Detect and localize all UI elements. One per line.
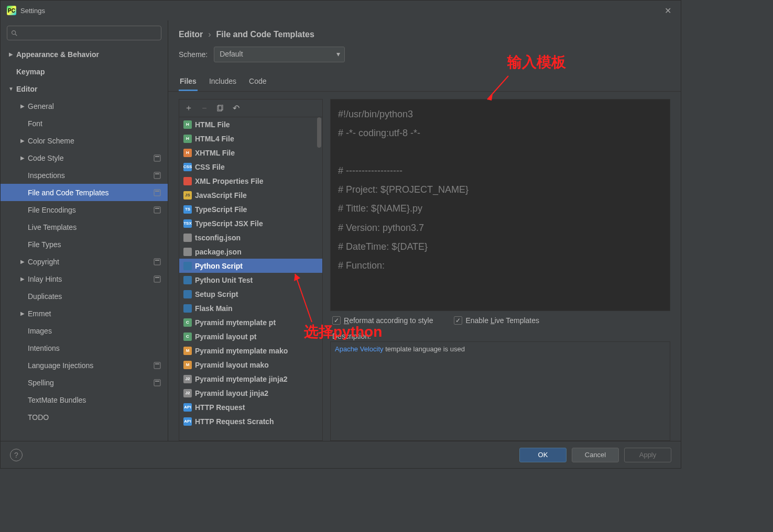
app-icon: PC [7, 6, 16, 15]
svg-rect-8 [154, 207, 160, 213]
template-code-editor[interactable]: #!/usr/bin/python3 # -*- coding:utf-8 -*… [330, 99, 670, 311]
scheme-label: Scheme: [179, 50, 208, 59]
tab-code[interactable]: Code [248, 74, 267, 91]
template-pyramid-layout-jinja2[interactable]: J2Pyramid layout jinja2 [179, 386, 322, 400]
search-input[interactable] [7, 26, 161, 40]
template-tsconfig-json[interactable]: tsconfig.json [179, 230, 322, 245]
project-badge-icon [153, 361, 161, 370]
sidebar-item-color-scheme[interactable]: ▶Color Scheme [1, 132, 168, 149]
tabs: FilesIncludesCode [168, 74, 681, 92]
scrollbar-thumb[interactable] [317, 117, 321, 148]
project-badge-icon [153, 379, 161, 387]
svg-rect-14 [154, 362, 160, 369]
file-icon [183, 234, 192, 242]
sidebar-item-inlay-hints[interactable]: ▶Inlay Hints [1, 270, 168, 287]
sidebar-item-file-and-code-templates[interactable]: File and Code Templates [1, 184, 168, 201]
cancel-button[interactable]: Cancel [572, 448, 619, 462]
file-icon: JS [183, 191, 192, 199]
project-badge-icon [153, 258, 161, 266]
file-icon: H [183, 149, 192, 157]
sidebar-item-emmet[interactable]: ▶Emmet [1, 305, 168, 322]
sidebar-item-code-style[interactable]: ▶Code Style [1, 149, 168, 167]
ok-button[interactable]: OK [519, 448, 567, 462]
sidebar-item-file-encodings[interactable]: File Encodings [1, 201, 168, 218]
file-icon: H [183, 135, 192, 143]
sidebar-item-appearance-behavior[interactable]: ▶Appearance & Behavior [1, 46, 168, 63]
settings-sidebar: ▶Appearance & BehaviorKeymap▼Editor▶Gene… [1, 20, 168, 441]
add-template-button[interactable]: ＋ [184, 104, 193, 113]
sidebar-item-spelling[interactable]: Spelling [1, 374, 168, 391]
sidebar-item-file-types[interactable]: File Types [1, 236, 168, 253]
sidebar-item-copyright[interactable]: ▶Copyright [1, 253, 168, 270]
sidebar-item-language-injections[interactable]: Language Injections [1, 357, 168, 374]
template-javascript-file[interactable]: JSJavaScript File [179, 188, 322, 202]
file-icon [183, 177, 192, 185]
expand-icon: ▼ [8, 86, 14, 92]
template-setup-script[interactable]: Setup Script [179, 287, 322, 301]
sidebar-item-intentions[interactable]: Intentions [1, 339, 168, 357]
sidebar-item-todo[interactable]: TODO [1, 408, 168, 426]
template-http-request[interactable]: APIHTTP Request [179, 400, 322, 414]
tab-files[interactable]: Files [179, 74, 198, 91]
sidebar-item-textmate-bundles[interactable]: TextMate Bundles [1, 391, 168, 408]
template-python-unit-test[interactable]: Python Unit Test [179, 273, 322, 287]
file-icon: API [183, 403, 192, 412]
svg-rect-11 [155, 260, 159, 261]
expand-icon: ▶ [19, 138, 26, 143]
project-badge-icon [153, 275, 161, 283]
sidebar-item-general[interactable]: ▶General [1, 97, 168, 115]
sidebar-item-editor[interactable]: ▼Editor [1, 80, 168, 97]
template-html4-file[interactable]: HHTML4 File [179, 131, 322, 146]
revert-template-button[interactable]: ↶ [232, 104, 240, 113]
settings-tree: ▶Appearance & BehaviorKeymap▼Editor▶Gene… [1, 46, 168, 441]
expand-icon: ▶ [19, 276, 26, 282]
file-icon [183, 304, 192, 313]
svg-rect-9 [155, 208, 159, 209]
template-pyramid-layout-pt[interactable]: CPyramid layout pt [179, 329, 322, 343]
template-python-script[interactable]: Python Script [179, 259, 322, 273]
template-package-json[interactable]: package.json [179, 245, 322, 259]
remove-template-button[interactable]: − [200, 104, 209, 113]
velocity-link[interactable]: Apache Velocity [335, 345, 384, 353]
template-flask-main[interactable]: Flask Main [179, 301, 322, 315]
template-pyramid-layout-mako[interactable]: MPyramid layout mako [179, 358, 322, 372]
copy-template-button[interactable] [216, 104, 224, 113]
template-pyramid-mytemplate-mako[interactable]: MPyramid mytemplate mako [179, 343, 322, 358]
sidebar-item-font[interactable]: Font [1, 115, 168, 132]
help-button[interactable]: ? [10, 449, 23, 461]
sidebar-item-inspections[interactable]: Inspections [1, 167, 168, 184]
template-xml-properties-file[interactable]: XML Properties File [179, 174, 322, 188]
sidebar-item-images[interactable]: Images [1, 322, 168, 339]
template-pyramid-mytemplate-pt[interactable]: CPyramid mytemplate pt [179, 315, 322, 329]
template-typescript-file[interactable]: TSTypeScript File [179, 202, 322, 216]
file-icon [183, 276, 192, 284]
reformat-checkbox[interactable]: Reformat according to style [332, 316, 433, 325]
sidebar-item-duplicates[interactable]: Duplicates [1, 287, 168, 305]
close-icon[interactable]: ✕ [661, 4, 674, 18]
file-icon: API [183, 417, 192, 426]
template-http-request-scratch[interactable]: APIHTTP Request Scratch [179, 414, 322, 428]
template-typescript-jsx-file[interactable]: TSXTypeScript JSX File [179, 216, 322, 230]
sidebar-item-keymap[interactable]: Keymap [1, 63, 168, 80]
template-css-file[interactable]: CSSCSS File [179, 160, 322, 174]
project-badge-icon [153, 171, 161, 180]
file-icon: CSS [183, 163, 192, 171]
breadcrumb-editor[interactable]: Editor [179, 30, 203, 39]
expand-icon: ▶ [19, 311, 26, 316]
svg-rect-13 [155, 277, 159, 278]
template-pyramid-mytemplate-jinja2[interactable]: J2Pyramid mytemplate jinja2 [179, 372, 322, 386]
apply-button[interactable]: Apply [624, 448, 671, 462]
template-xhtml-file[interactable]: HXHTML File [179, 146, 322, 160]
scheme-select[interactable]: Default [214, 47, 345, 62]
tab-includes[interactable]: Includes [208, 74, 237, 91]
file-icon [183, 290, 192, 298]
file-icon: M [183, 361, 192, 369]
enable-live-templates-checkbox[interactable]: Enable Live Templates [454, 316, 539, 325]
project-badge-icon [153, 206, 161, 214]
window-title: Settings [20, 7, 661, 15]
sidebar-item-live-templates[interactable]: Live Templates [1, 218, 168, 236]
template-html-file[interactable]: HHTML File [179, 117, 322, 131]
template-list[interactable]: HHTML FileHHTML4 FileHXHTML FileCSSCSS F… [179, 117, 322, 440]
file-icon: M [183, 347, 192, 355]
file-icon: J2 [183, 389, 192, 397]
